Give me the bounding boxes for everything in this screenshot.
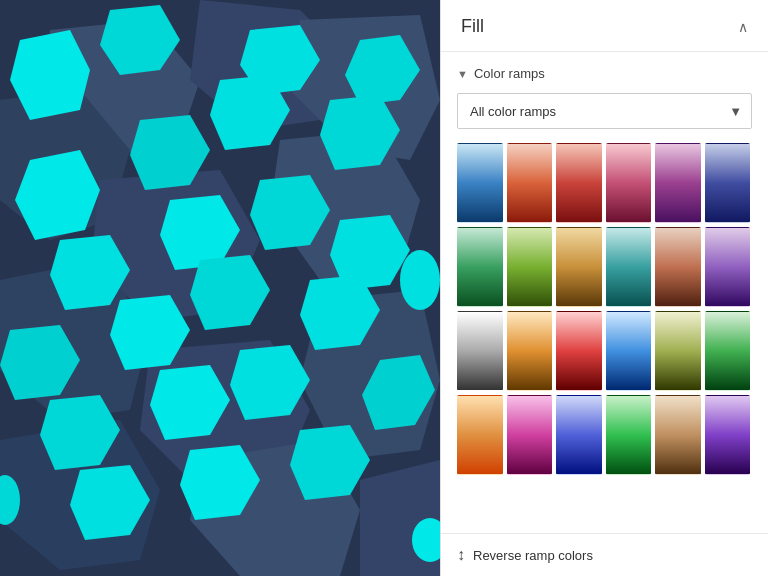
color-ramps-dropdown-container: All color rampsSequentialDivergingCyclic… — [457, 93, 752, 129]
reverse-label: Reverse ramp colors — [473, 548, 593, 563]
color-ramps-dropdown[interactable]: All color rampsSequentialDivergingCyclic — [457, 93, 752, 129]
section-arrow[interactable]: ▼ — [457, 68, 468, 80]
color-ramp-item[interactable] — [457, 143, 503, 223]
color-ramp-item[interactable] — [705, 395, 751, 475]
map-canvas — [0, 0, 440, 576]
color-ramp-item[interactable] — [655, 227, 701, 307]
color-ramp-item[interactable] — [556, 311, 602, 391]
panel-title: Fill — [461, 16, 484, 37]
color-ramp-item[interactable] — [606, 311, 652, 391]
color-ramp-item[interactable] — [457, 227, 503, 307]
fill-panel: Fill ∧ ▼ Color ramps All color rampsSequ… — [440, 0, 768, 576]
color-ramp-item[interactable] — [655, 143, 701, 223]
map-area — [0, 0, 440, 576]
color-ramps-grid — [457, 143, 752, 475]
color-ramp-item[interactable] — [705, 143, 751, 223]
section-header: ▼ Color ramps — [457, 66, 752, 81]
color-ramp-item[interactable] — [705, 311, 751, 391]
section-title: Color ramps — [474, 66, 545, 81]
color-ramp-item[interactable] — [507, 227, 553, 307]
svg-point-37 — [400, 250, 440, 310]
color-ramp-item[interactable] — [606, 143, 652, 223]
panel-body: ▼ Color ramps All color rampsSequentialD… — [441, 52, 768, 533]
color-ramp-item[interactable] — [606, 227, 652, 307]
color-ramp-item[interactable] — [655, 395, 701, 475]
color-ramp-item[interactable] — [705, 227, 751, 307]
color-ramp-item[interactable] — [556, 143, 602, 223]
color-ramp-item[interactable] — [457, 395, 503, 475]
color-ramp-item[interactable] — [556, 227, 602, 307]
color-ramp-item[interactable] — [556, 395, 602, 475]
color-ramp-item[interactable] — [457, 311, 503, 391]
panel-header: Fill ∧ — [441, 0, 768, 52]
color-ramp-item[interactable] — [507, 143, 553, 223]
color-ramp-item[interactable] — [655, 311, 701, 391]
color-ramp-item[interactable] — [606, 395, 652, 475]
color-ramp-item[interactable] — [507, 311, 553, 391]
collapse-icon[interactable]: ∧ — [738, 19, 748, 35]
reverse-icon: ↕ — [457, 546, 465, 564]
panel-footer[interactable]: ↕ Reverse ramp colors — [441, 533, 768, 576]
color-ramp-item[interactable] — [507, 395, 553, 475]
